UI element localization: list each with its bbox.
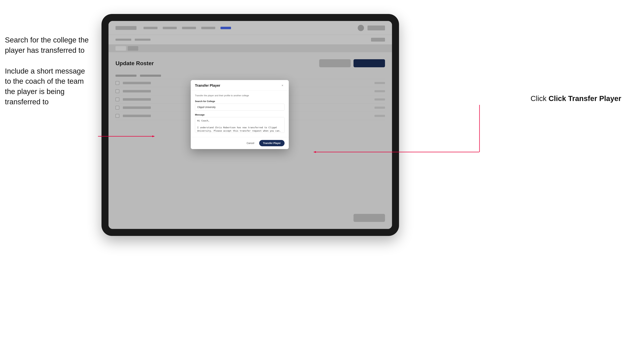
modal-title: Transfer Player [195,84,220,88]
modal-subtitle: Transfer the player and their profile to… [195,94,284,97]
modal-overlay: Transfer Player × Transfer the player an… [108,21,392,229]
annotation-click-text: Click Click Transfer Player [530,94,621,103]
annotation-search-text: Search for the college the player has tr… [5,35,92,56]
search-college-input[interactable] [195,104,284,111]
annotation-message-text: Include a short message to the coach of … [5,66,92,107]
search-college-label: Search for College [195,100,284,103]
ipad-frame: Update Roster [102,14,399,236]
left-annotations: Search for the college the player has tr… [5,35,92,118]
transfer-player-modal: Transfer Player × Transfer the player an… [191,80,289,149]
cancel-button[interactable]: Cancel [244,140,257,146]
right-annotation: Click Click Transfer Player [530,94,621,103]
modal-footer: Cancel Transfer Player [191,137,289,149]
message-textarea[interactable] [195,117,284,133]
modal-body: Transfer the player and their profile to… [191,91,289,137]
transfer-player-button[interactable]: Transfer Player [259,140,284,146]
ipad-screen: Update Roster [108,21,392,229]
message-label: Message [195,113,284,116]
modal-close-button[interactable]: × [280,84,284,88]
modal-header: Transfer Player × [191,80,289,91]
